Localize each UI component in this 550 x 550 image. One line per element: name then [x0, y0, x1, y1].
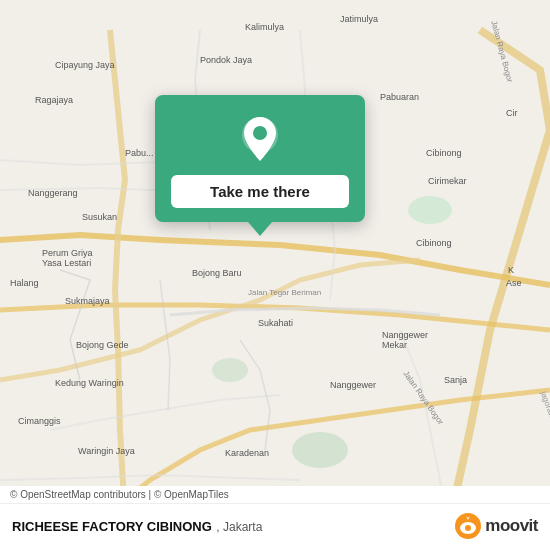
map-container: Kalimulya Jatimulya Cipayung Jaya Pondok…	[0, 0, 550, 550]
svg-point-4	[253, 126, 267, 140]
moovit-icon	[454, 512, 482, 540]
location-row: RICHEESE FACTORY CIBINONG , Jakarta moov…	[0, 504, 550, 550]
location-name: RICHEESE FACTORY CIBINONG	[12, 519, 212, 534]
location-pin-icon	[234, 113, 286, 165]
svg-point-1	[212, 358, 248, 382]
svg-point-2	[408, 196, 452, 224]
moovit-text: moovit	[485, 516, 538, 536]
moovit-logo: moovit	[454, 512, 538, 540]
location-city: , Jakarta	[216, 520, 262, 534]
popup-card: Take me there	[155, 95, 365, 222]
svg-point-0	[292, 432, 348, 468]
take-me-there-button[interactable]: Take me there	[171, 175, 349, 208]
svg-point-7	[465, 525, 471, 531]
attribution-text: © OpenStreetMap contributors | © OpenMap…	[0, 486, 550, 504]
bottom-bar: © OpenStreetMap contributors | © OpenMap…	[0, 486, 550, 550]
map-svg	[0, 0, 550, 550]
location-info: RICHEESE FACTORY CIBINONG , Jakarta	[12, 517, 262, 535]
